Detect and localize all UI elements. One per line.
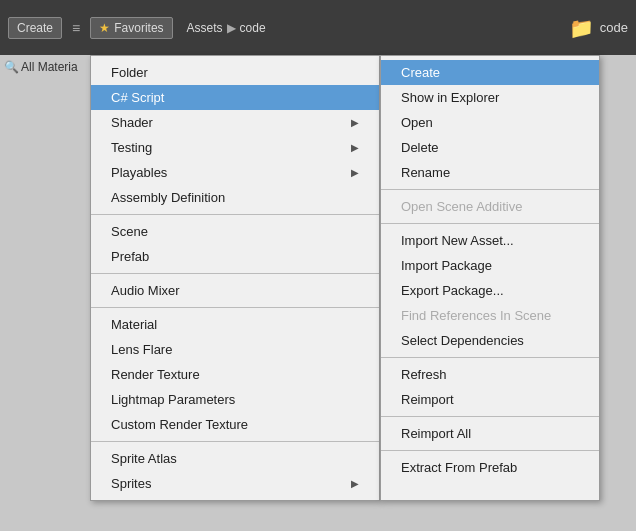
breadcrumb: Assets ▶ code: [187, 21, 266, 35]
menu-item-label: Folder: [111, 65, 148, 80]
submenu-arrow-icon: ▶: [351, 117, 359, 128]
right-menu-item-4[interactable]: Rename: [381, 160, 599, 185]
left-menu-item-13[interactable]: Custom Render Texture: [91, 412, 379, 437]
menu-item-label: Testing: [111, 140, 152, 155]
menu-item-label: Scene: [111, 224, 148, 239]
right-context-menu: CreateShow in ExplorerOpenDeleteRenameOp…: [380, 55, 600, 501]
menu-item-label: Lens Flare: [111, 342, 172, 357]
right-separator: [381, 416, 599, 417]
submenu-arrow-icon: ▶: [351, 142, 359, 153]
left-menu-item-6[interactable]: Scene: [91, 219, 379, 244]
left-menu-item-5[interactable]: Assembly Definition: [91, 185, 379, 210]
menu-item-label: Prefab: [111, 249, 149, 264]
submenu-arrow-icon: ▶: [351, 478, 359, 489]
right-menu-item-3[interactable]: Delete: [381, 135, 599, 160]
left-menu-item-2[interactable]: Shader▶: [91, 110, 379, 135]
star-icon: ★: [99, 21, 110, 35]
search-icon: 🔍: [4, 60, 19, 74]
right-separator: [381, 189, 599, 190]
right-menu-item-0[interactable]: Create: [381, 60, 599, 85]
right-separator: [381, 450, 599, 451]
menu-separator: [91, 441, 379, 442]
left-menu-item-14[interactable]: Sprite Atlas: [91, 446, 379, 471]
menu-item-label: Render Texture: [111, 367, 200, 382]
right-menu-item-1[interactable]: Show in Explorer: [381, 85, 599, 110]
right-menu-item-12[interactable]: Reimport: [381, 387, 599, 412]
favorites-label: Favorites: [114, 21, 163, 35]
menu-separator: [91, 214, 379, 215]
top-bar: Create ≡ ★ Favorites Assets ▶ code 📁 cod…: [0, 0, 636, 55]
right-menu-item-2[interactable]: Open: [381, 110, 599, 135]
menu-item-label: Assembly Definition: [111, 190, 225, 205]
left-menu-item-10[interactable]: Lens Flare: [91, 337, 379, 362]
menu-item-label: C# Script: [111, 90, 164, 105]
breadcrumb-arrow: ▶: [227, 21, 236, 35]
right-menu-item-14[interactable]: Extract From Prefab: [381, 455, 599, 480]
right-menu-item-6[interactable]: Import New Asset...: [381, 228, 599, 253]
folder-icon: 📁: [569, 16, 594, 40]
right-menu-item-5: Open Scene Additive: [381, 194, 599, 219]
hamburger-icon[interactable]: ≡: [68, 18, 84, 38]
menu-separator: [91, 273, 379, 274]
left-menu-item-3[interactable]: Testing▶: [91, 135, 379, 160]
right-menu-item-10[interactable]: Select Dependencies: [381, 328, 599, 353]
menu-item-label: Playables: [111, 165, 167, 180]
left-context-menu: FolderC# ScriptShader▶Testing▶Playables▶…: [90, 55, 380, 501]
left-menu-item-7[interactable]: Prefab: [91, 244, 379, 269]
left-menu-item-1[interactable]: C# Script: [91, 85, 379, 110]
left-menu-item-15[interactable]: Sprites▶: [91, 471, 379, 496]
favorites-tab[interactable]: ★ Favorites: [90, 17, 172, 39]
menu-separator: [91, 307, 379, 308]
right-menu-item-8[interactable]: Export Package...: [381, 278, 599, 303]
right-menu-item-9: Find References In Scene: [381, 303, 599, 328]
right-menu-item-7[interactable]: Import Package: [381, 253, 599, 278]
menu-item-label: Custom Render Texture: [111, 417, 248, 432]
assets-label: Assets: [187, 21, 223, 35]
menu-item-label: Lightmap Parameters: [111, 392, 235, 407]
menu-item-label: Shader: [111, 115, 153, 130]
left-menu-item-0[interactable]: Folder: [91, 60, 379, 85]
left-menu-item-11[interactable]: Render Texture: [91, 362, 379, 387]
left-menu-item-12[interactable]: Lightmap Parameters: [91, 387, 379, 412]
menu-item-label: Sprite Atlas: [111, 451, 177, 466]
right-separator: [381, 223, 599, 224]
right-separator: [381, 357, 599, 358]
right-menu-item-11[interactable]: Refresh: [381, 362, 599, 387]
all-materials-label: All Materia: [21, 60, 78, 74]
menu-item-label: Audio Mixer: [111, 283, 180, 298]
folder-area: 📁 code: [569, 16, 628, 40]
menu-item-label: Material: [111, 317, 157, 332]
left-menu-item-4[interactable]: Playables▶: [91, 160, 379, 185]
left-menu-item-8[interactable]: Audio Mixer: [91, 278, 379, 303]
breadcrumb-code: code: [240, 21, 266, 35]
submenu-arrow-icon: ▶: [351, 167, 359, 178]
folder-name-label: code: [600, 20, 628, 35]
left-menu-item-9[interactable]: Material: [91, 312, 379, 337]
create-button[interactable]: Create: [8, 17, 62, 39]
right-menu-item-13[interactable]: Reimport All: [381, 421, 599, 446]
menu-item-label: Sprites: [111, 476, 151, 491]
menus-container: FolderC# ScriptShader▶Testing▶Playables▶…: [90, 55, 600, 501]
